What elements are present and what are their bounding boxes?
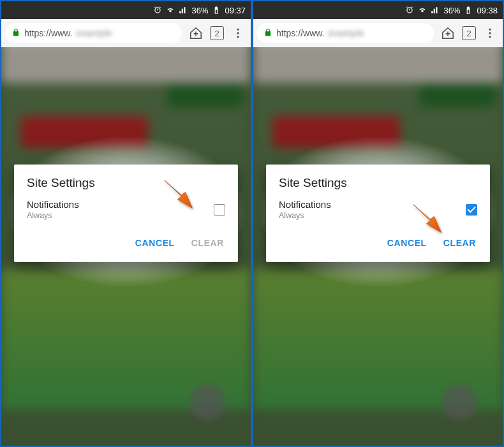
svg-point-5 bbox=[489, 36, 491, 38]
lock-icon bbox=[11, 28, 20, 39]
notifications-sublabel: Always bbox=[27, 211, 214, 220]
clock-text: 09:37 bbox=[225, 6, 246, 15]
notifications-row-text: Notifications Always bbox=[27, 199, 214, 220]
screenshot-left: 36% 09:37 https://www. example 2 Site Se… bbox=[1, 1, 251, 446]
dialog-title: Site Settings bbox=[27, 176, 225, 190]
tab-count-button[interactable]: 2 bbox=[462, 26, 476, 40]
clear-button-disabled: CLEAR bbox=[190, 234, 225, 252]
android-status-bar: 36% 09:37 bbox=[1, 1, 251, 19]
alarm-icon bbox=[405, 6, 414, 15]
signal-icon bbox=[179, 6, 188, 15]
url-field[interactable]: https://www. example bbox=[5, 23, 182, 43]
url-scheme: https://www. bbox=[276, 28, 324, 38]
svg-point-2 bbox=[237, 36, 239, 38]
notifications-sublabel: Always bbox=[279, 211, 466, 220]
notifications-row[interactable]: Notifications Always bbox=[27, 199, 225, 220]
battery-icon bbox=[212, 6, 221, 15]
dialog-title: Site Settings bbox=[279, 176, 477, 190]
battery-percent: 36% bbox=[443, 6, 460, 15]
signal-icon bbox=[431, 6, 440, 15]
overflow-menu-icon[interactable] bbox=[481, 24, 499, 42]
clock-text: 09:38 bbox=[477, 6, 498, 15]
dialog-actions: CANCEL CLEAR bbox=[27, 230, 225, 257]
screenshot-right: 36% 09:38 https://www. example 2 Site Se… bbox=[253, 1, 503, 446]
svg-point-4 bbox=[489, 32, 491, 34]
battery-icon bbox=[464, 6, 473, 15]
battery-percent: 36% bbox=[191, 6, 208, 15]
browser-url-bar: https://www. example 2 bbox=[1, 19, 251, 47]
url-scheme: https://www. bbox=[24, 28, 72, 38]
wifi-icon bbox=[418, 6, 427, 15]
overflow-menu-icon[interactable] bbox=[229, 24, 247, 42]
floating-action-button-blurred bbox=[441, 385, 477, 420]
url-hidden-domain: example bbox=[76, 28, 112, 38]
svg-point-1 bbox=[237, 32, 239, 34]
cancel-button[interactable]: CANCEL bbox=[134, 234, 176, 252]
tab-count-button[interactable]: 2 bbox=[210, 26, 224, 40]
notifications-label: Notifications bbox=[27, 199, 214, 210]
clear-button[interactable]: CLEAR bbox=[442, 234, 477, 252]
lock-icon bbox=[263, 28, 272, 39]
url-field[interactable]: https://www. example bbox=[257, 23, 434, 43]
site-settings-dialog: Site Settings Notifications Always CANCE… bbox=[14, 165, 238, 262]
notifications-label: Notifications bbox=[279, 199, 466, 210]
wifi-icon bbox=[166, 6, 175, 15]
svg-point-3 bbox=[489, 29, 491, 31]
notifications-row-text: Notifications Always bbox=[279, 199, 466, 220]
notifications-row[interactable]: Notifications Always bbox=[279, 199, 477, 220]
home-add-icon[interactable] bbox=[439, 24, 457, 42]
notifications-checkbox-unchecked[interactable] bbox=[214, 204, 225, 216]
alarm-icon bbox=[153, 6, 162, 15]
dialog-actions: CANCEL CLEAR bbox=[279, 230, 477, 257]
android-status-bar: 36% 09:38 bbox=[253, 1, 503, 19]
url-hidden-domain: example bbox=[328, 28, 364, 38]
svg-point-0 bbox=[237, 29, 239, 31]
site-settings-dialog: Site Settings Notifications Always CANCE… bbox=[266, 165, 490, 262]
cancel-button[interactable]: CANCEL bbox=[386, 234, 428, 252]
notifications-checkbox-checked[interactable] bbox=[466, 204, 477, 216]
browser-url-bar: https://www. example 2 bbox=[253, 19, 503, 47]
home-add-icon[interactable] bbox=[187, 24, 205, 42]
floating-action-button-blurred bbox=[189, 385, 225, 420]
